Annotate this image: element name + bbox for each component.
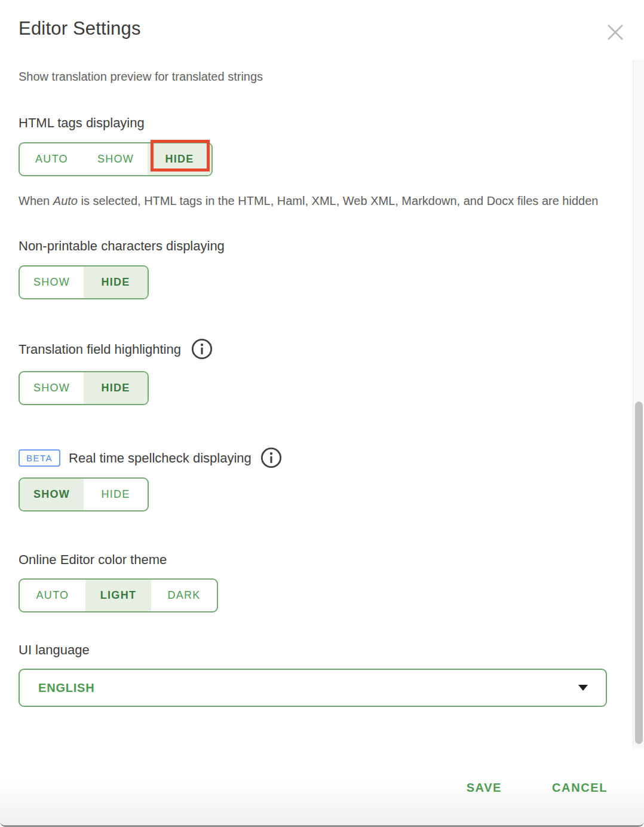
html-tags-option-hide[interactable]: HIDE — [148, 143, 211, 175]
close-icon — [605, 22, 625, 42]
info-icon[interactable] — [260, 446, 283, 469]
scrollbar-thumb[interactable] — [635, 402, 643, 744]
non-printable-option-hide[interactable]: HIDE — [84, 267, 148, 298]
spellcheck-label: Real time spellcheck displaying — [69, 449, 252, 467]
field-highlighting-label: Translation field highlighting — [19, 341, 181, 358]
non-printable-toggle: SHOW HIDE — [19, 265, 149, 299]
field-highlighting-option-show[interactable]: SHOW — [20, 372, 84, 404]
scrollbar-track[interactable] — [633, 60, 644, 749]
color-theme-toggle: AUTO LIGHT DARK — [19, 578, 218, 612]
html-tags-description: When Auto is selected, HTML tags in the … — [19, 190, 608, 212]
color-theme-option-dark[interactable]: DARK — [151, 580, 217, 611]
dialog-body: Show translation preview for translated … — [0, 69, 644, 707]
save-button[interactable]: SAVE — [467, 781, 502, 795]
spellcheck-header: BETA Real time spellcheck displaying — [19, 446, 608, 469]
info-icon[interactable] — [191, 338, 213, 360]
field-highlighting-header: Translation field highlighting — [19, 338, 608, 360]
color-theme-label: Online Editor color theme — [19, 551, 608, 568]
beta-badge: BETA — [19, 449, 60, 467]
html-tags-option-auto[interactable]: AUTO — [20, 143, 84, 175]
non-printable-label: Non-printable characters displaying — [19, 237, 608, 255]
chevron-down-icon — [578, 685, 588, 691]
html-tags-label: HTML tags displaying — [19, 114, 608, 131]
cancel-button[interactable]: CANCEL — [552, 781, 608, 795]
spellcheck-option-hide[interactable]: HIDE — [84, 479, 148, 510]
field-highlighting-option-hide[interactable]: HIDE — [84, 372, 148, 404]
spellcheck-option-show[interactable]: SHOW — [20, 479, 84, 510]
translation-preview-note: Show translation preview for translated … — [19, 69, 608, 84]
close-button[interactable] — [605, 22, 626, 43]
dialog-header: Editor Settings — [0, 0, 644, 42]
spellcheck-toggle: SHOW HIDE — [19, 477, 149, 511]
color-theme-option-light[interactable]: LIGHT — [85, 580, 151, 611]
html-tags-option-show[interactable]: SHOW — [84, 143, 148, 175]
ui-language-label: UI language — [19, 641, 608, 658]
non-printable-option-show[interactable]: SHOW — [20, 267, 84, 298]
ui-language-value: ENGLISH — [38, 681, 95, 695]
editor-settings-dialog: Editor Settings Show translation preview… — [0, 0, 644, 827]
dialog-footer: SAVE CANCEL — [0, 750, 644, 825]
field-highlighting-toggle: SHOW HIDE — [19, 371, 149, 405]
dialog-title: Editor Settings — [19, 16, 625, 42]
ui-language-select[interactable]: ENGLISH — [19, 669, 607, 707]
color-theme-option-auto[interactable]: AUTO — [20, 580, 85, 611]
html-tags-toggle: AUTO SHOW HIDE — [19, 142, 213, 176]
